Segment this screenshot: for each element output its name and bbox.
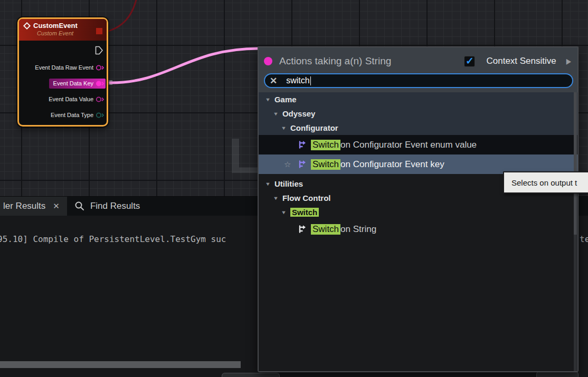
search-icon (74, 201, 85, 211)
tree-action-switch-on-string[interactable]: Switch on String (259, 219, 577, 239)
action-menu-title: Actions taking a(n) String (279, 55, 457, 67)
search-match-highlight: Switch (311, 159, 340, 170)
pin-icon[interactable] (96, 64, 105, 71)
switch-node-icon (297, 159, 307, 169)
switch-node-icon (297, 140, 307, 150)
compile-log-fragment: te (580, 234, 588, 244)
context-sensitive-checkbox[interactable]: ✓ (464, 56, 475, 67)
expander-icon[interactable]: ▼ (265, 96, 271, 102)
pin-row-event-data-type[interactable]: Event Data Type (19, 107, 107, 123)
tab-compiler-results[interactable]: ler Results ✕ (0, 197, 67, 216)
node-subtitle: Custom Event (37, 30, 102, 36)
switch-node-icon (297, 224, 307, 234)
custom-event-icon (23, 22, 31, 29)
exec-output-pin[interactable] (95, 46, 103, 55)
context-sensitive-label: Context Sensitive (486, 56, 556, 66)
tab-find-label: Find Results (90, 201, 140, 211)
search-input[interactable]: ✕ switch (264, 73, 573, 88)
pin-label: Event Data Key (53, 80, 93, 86)
action-label: on Configurator Event enum value (340, 140, 477, 150)
menu-scrollbar-thumb[interactable] (574, 92, 577, 235)
tab-find-results[interactable]: Find Results (67, 197, 147, 216)
search-value: switch (286, 76, 309, 85)
text-caret (310, 76, 311, 85)
action-tooltip: Selects on output t (503, 171, 588, 194)
close-icon[interactable]: ✕ (53, 201, 60, 211)
pin-row-event-data-value[interactable]: Event Data Value (19, 91, 107, 107)
node-title: CustomEvent (33, 22, 78, 30)
expander-icon[interactable]: ▼ (273, 111, 279, 116)
favorite-star-icon[interactable]: ☆ (284, 160, 297, 169)
tab-compiler-label: ler Results (3, 201, 45, 211)
submenu-arrow-icon[interactable]: ▶ (566, 57, 571, 66)
pin-row-event-data-raw-event[interactable]: Event Data Raw Event (19, 60, 107, 75)
clear-search-icon[interactable]: ✕ (270, 75, 277, 86)
delegate-pin[interactable] (96, 28, 102, 34)
action-menu-header: Actions taking a(n) String ✓ Context Sen… (259, 47, 577, 92)
node-pin-list: Event Data Raw EventEvent Data KeyEvent … (19, 60, 107, 123)
node-header[interactable]: CustomEvent Custom Event (19, 19, 107, 41)
tree-action-switch-on-configurator-event-enum-value[interactable]: Switch on Configurator Event enum value (259, 135, 577, 154)
blueprint-editor: LI CustomEvent Custom Event Event Data R… (0, 0, 588, 377)
search-match-highlight: Switch (311, 140, 340, 150)
action-tree: ▼Game▼Odyssey▼ConfiguratorSwitch on Conf… (259, 92, 577, 371)
category-label: Flow Control (282, 194, 331, 202)
action-menu: Actions taking a(n) String ✓ Context Sen… (258, 46, 578, 372)
pin-label: Event Data Value (49, 96, 93, 102)
tree-category-odyssey[interactable]: ▼Odyssey (259, 107, 577, 121)
tree-empty-area (259, 239, 577, 371)
custom-event-node[interactable]: CustomEvent Custom Event Event Data Raw … (17, 17, 108, 127)
category-label: Utilities (274, 179, 303, 188)
check-icon: ✓ (466, 56, 474, 66)
expander-icon[interactable]: ▼ (281, 209, 287, 215)
category-label: Odyssey (282, 109, 316, 118)
category-label: Configurator (290, 123, 338, 132)
pin-icon[interactable] (96, 80, 105, 87)
wire-connection-nub (108, 80, 112, 85)
pin-label: Event Data Raw Event (35, 64, 93, 71)
tree-category-switch[interactable]: ▼Switch (259, 205, 577, 219)
tree-category-game[interactable]: ▼Game (259, 92, 577, 107)
pin-icon[interactable] (96, 96, 105, 103)
pin-row-event-data-key[interactable]: Event Data Key (19, 75, 107, 91)
action-label: on Configurator Event key (340, 159, 444, 170)
pin-label: Event Data Type (51, 112, 93, 118)
horizontal-scrollbar[interactable] (0, 361, 241, 368)
category-label: Game (274, 95, 297, 104)
tree-category-configurator[interactable]: ▼Configurator (259, 121, 577, 135)
category-label: Switch (290, 208, 319, 217)
action-label: on String (340, 224, 376, 235)
search-match-highlight: Switch (311, 224, 340, 235)
expander-icon[interactable]: ▼ (265, 181, 271, 186)
string-type-dot-icon (264, 57, 272, 65)
bottom-widget[interactable] (222, 373, 280, 377)
menu-scrollbar[interactable] (574, 92, 577, 371)
compile-log-line: 95.10] Compile of PersistentLevel.TestGy… (0, 234, 226, 244)
expander-icon[interactable]: ▼ (273, 195, 279, 200)
expander-icon[interactable]: ▼ (281, 125, 287, 130)
pin-icon[interactable] (96, 112, 105, 119)
